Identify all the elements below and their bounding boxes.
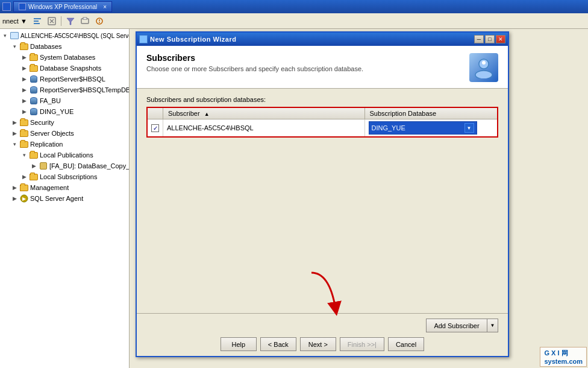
ls-label: Local Subscriptions: [40, 173, 97, 180]
finish-button: Finish >>|: [340, 337, 384, 351]
watermark-site: G X I 网: [544, 349, 568, 357]
svg-point-16: [482, 61, 486, 65]
wizard-footer-bottom: Help < Back Next > Finish >>| Cancel: [146, 337, 498, 351]
tree-reportserver[interactable]: ▶ ReportServer$HBSQL: [0, 74, 129, 84]
fabu-expander[interactable]: ▶: [19, 96, 29, 106]
taskbar: Windows XP Professional ×: [0, 0, 588, 13]
mgmt-label: Management: [30, 184, 69, 191]
rep-expander[interactable]: ▾: [10, 139, 19, 149]
tree-security[interactable]: ▶ Security: [0, 117, 129, 128]
row-checkbox[interactable]: ✓: [151, 124, 159, 132]
so-expander[interactable]: ▶: [10, 128, 19, 138]
table-header-row: Subscriber ▲ Subscription Database: [148, 108, 497, 119]
subscription-db-dropdown[interactable]: DING_YUE ▼: [369, 121, 477, 135]
tree-reportservertemp[interactable]: ▶ ReportServer$HBSQLTempDB: [0, 84, 129, 95]
wizard-content: Subscribers and subscription databases: …: [137, 89, 508, 145]
table-row: ✓ ALLENCHE-A5C5C4\HBSQL DING_YUE ▼: [148, 119, 497, 137]
th-subscription-db[interactable]: Subscription Database: [364, 108, 497, 119]
tree-local-pubs[interactable]: ▾ Local Publications: [0, 150, 129, 160]
back-button[interactable]: < Back: [260, 337, 296, 351]
toolbar-btn-2[interactable]: [45, 15, 58, 27]
rst-expander[interactable]: ▶: [19, 85, 29, 95]
snap-label: Database Snapshots: [40, 65, 101, 72]
wizard-footer: Add Subscriber ▼ Help < Back Next > Fini…: [137, 313, 508, 356]
lp-label: Local Publications: [40, 151, 93, 159]
server-expander[interactable]: ▾: [0, 31, 10, 40]
dy-label: DING_YUE: [40, 108, 74, 115]
help-button[interactable]: Help: [220, 337, 257, 351]
rs-label: ReportServer$HBSQL: [40, 75, 105, 83]
tree-management[interactable]: ▶ Management: [0, 182, 129, 193]
ls-expander[interactable]: ▶: [19, 172, 29, 182]
toolbar-btn-3[interactable]: [78, 15, 92, 27]
wizard-header-icon: [469, 53, 498, 82]
sec-expander[interactable]: ▶: [10, 118, 19, 127]
windows-icon: [2, 2, 11, 11]
fabu-label: FA_BU: [40, 97, 61, 104]
add-subscriber-label: Add Subscriber: [427, 322, 487, 329]
watermark: G X I 网 system.com: [540, 347, 587, 367]
db-icon: [29, 74, 39, 84]
sysdb-expander[interactable]: ▶: [19, 52, 29, 62]
pub-label: [FA_BU]: DataBase_Copy_Test: [49, 162, 130, 170]
taskbar-close-btn[interactable]: ×: [103, 4, 107, 10]
wizard-minimize-btn[interactable]: ─: [474, 35, 484, 43]
agent-expander[interactable]: ▶: [10, 194, 19, 203]
wizard-header: Subscribers Choose one or more Subscribe…: [137, 46, 508, 89]
next-button[interactable]: Next >: [300, 337, 336, 351]
db-expander[interactable]: ▾: [10, 42, 19, 51]
tree-sql-agent[interactable]: ▶ ▶ SQL Server Agent: [0, 193, 129, 204]
svg-rect-2: [34, 23, 40, 24]
row-subscriber-name: ALLENCHE-A5C5C4\HBSQL: [163, 119, 365, 137]
dy-expander[interactable]: ▶: [19, 107, 29, 116]
lp-expander[interactable]: ▾: [19, 150, 29, 160]
th-checkbox: [148, 108, 163, 119]
tree-ding-yue[interactable]: ▶ DING_YUE: [0, 106, 129, 117]
toolbar-sep-1: [61, 16, 61, 26]
tree-server[interactable]: ▾ ALLENCHE-A5C5C4\HBSQL (SQL Server 10.5…: [0, 30, 129, 41]
dropdown-arrow-icon[interactable]: ▼: [464, 123, 474, 133]
db-icon: [29, 85, 39, 95]
svg-point-11: [99, 22, 100, 23]
sort-arrow-icon: ▲: [204, 111, 210, 117]
object-explorer: ▾ ALLENCHE-A5C5C4\HBSQL (SQL Server 10.5…: [0, 29, 130, 368]
tree-fa-bu[interactable]: ▶ FA_BU: [0, 95, 129, 106]
pub-icon: [39, 161, 48, 171]
watermark-url: system.com: [544, 358, 583, 365]
toolbar-btn-4[interactable]: [93, 15, 106, 27]
wizard-close-btn[interactable]: ✕: [496, 35, 505, 43]
th-subscriber[interactable]: Subscriber ▲: [163, 108, 365, 119]
wizard-titlebar: New Subscription Wizard ─ □ ✕: [137, 33, 508, 46]
tree-server-objects[interactable]: ▶ Server Objects: [0, 128, 129, 139]
tree-system-db[interactable]: ▶ System Databases: [0, 52, 129, 63]
agent-label: SQL Server Agent: [30, 195, 83, 202]
rs-expander[interactable]: ▶: [19, 74, 29, 84]
tree-databases[interactable]: ▾ Databases: [0, 41, 129, 52]
add-subscriber-arrow-icon[interactable]: ▼: [487, 319, 498, 332]
toolbar-btn-filter[interactable]: [64, 15, 77, 27]
taskbar-tab[interactable]: Windows XP Professional ×: [13, 1, 112, 12]
add-subscriber-button[interactable]: Add Subscriber ▼: [426, 319, 498, 332]
subscribers-table-wrapper: Subscriber ▲ Subscription Database: [146, 107, 498, 138]
toolbar-btn-1[interactable]: [31, 15, 44, 27]
svg-text:▶: ▶: [22, 196, 27, 201]
cancel-button[interactable]: Cancel: [388, 337, 424, 351]
tree-db-snapshots[interactable]: ▶ Database Snapshots: [0, 63, 129, 74]
pub-expander[interactable]: ▶: [29, 161, 39, 171]
wizard-title-buttons: ─ □ ✕: [474, 35, 505, 43]
tree-pub-fabu[interactable]: ▶ [FA_BU]: DataBase_Copy_Test: [0, 160, 129, 171]
tree-local-subs[interactable]: ▶ Local Subscriptions: [0, 171, 129, 182]
snap-expander[interactable]: ▶: [19, 63, 29, 73]
mgmt-expander[interactable]: ▶: [10, 183, 19, 192]
app-icon: [19, 3, 26, 10]
row-checkbox-cell[interactable]: ✓: [148, 119, 163, 137]
wizard-title-icon: [139, 35, 148, 43]
db-icon: [29, 107, 39, 116]
agent-icon: ▶: [19, 194, 29, 203]
wizard-restore-btn[interactable]: □: [485, 35, 495, 43]
tree-replication[interactable]: ▾ Replication: [0, 139, 129, 150]
databases-label: Databases: [30, 43, 62, 50]
wizard-window: New Subscription Wizard ─ □ ✕ Subscriber…: [136, 31, 509, 357]
toolbar: nnect ▼: [0, 13, 588, 29]
folder-icon: [19, 139, 29, 149]
